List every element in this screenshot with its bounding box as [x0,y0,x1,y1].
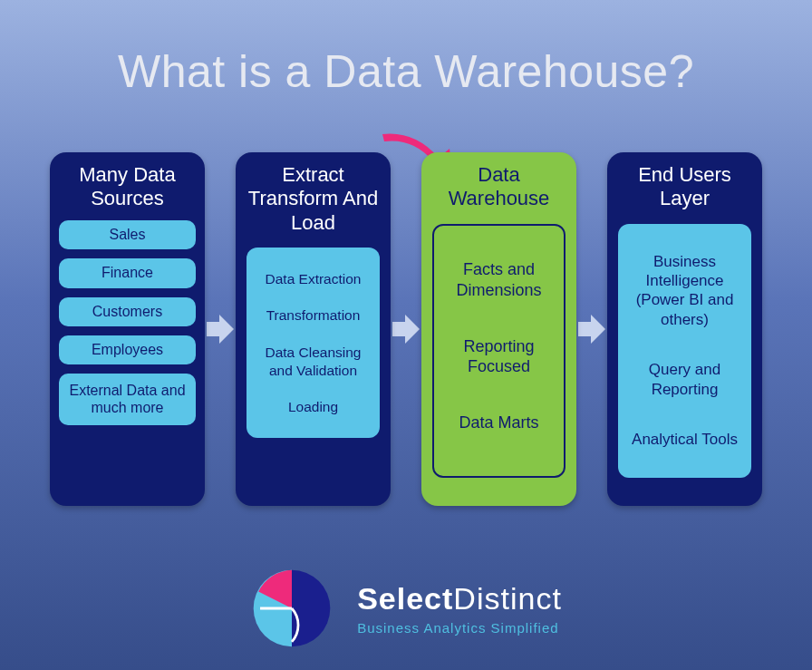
card-endusers: End Users Layer Business Intelligence (P… [607,152,762,506]
enduser-item: Analytical Tools [627,430,742,449]
enduser-item: Business Intelligence (Power BI and othe… [627,252,742,329]
brand-logo-icon [250,567,334,650]
source-pill: Sales [59,220,196,249]
card-sources: Many Data Sources Sales Finance Customer… [50,152,205,506]
etl-step: Loading [256,398,371,415]
card-sources-list: Sales Finance Customers Employees Extern… [50,220,205,425]
brand-name: SelectDistinct [357,581,562,617]
page-title: What is a Data Warehouse? [0,0,812,98]
arrow-right-icon [576,311,607,347]
card-endusers-title: End Users Layer [607,152,762,220]
card-etl: Extract Transform And Load Data Extracti… [236,152,391,506]
warehouse-item: Data Marts [443,413,555,433]
etl-step: Data Cleansing and Validation [256,344,371,379]
source-pill: Customers [59,297,196,326]
card-warehouse-title: Data Warehouse [421,152,576,220]
source-pill: Finance [59,258,196,287]
footer-brand: SelectDistinct Business Analytics Simpli… [0,567,812,650]
brand-name-bold: Select [357,581,453,616]
brand-name-light: Distinct [453,581,561,616]
source-pill: Employees [59,335,196,364]
card-warehouse-box: Facts and Dimensions Reporting Focused D… [432,224,566,478]
flow-arrow-2 [391,152,421,506]
brand-tagline: Business Analytics Simplified [357,620,562,636]
flow-arrow-1 [205,152,236,506]
arrow-right-icon [391,311,421,347]
flow-arrow-3 [576,152,607,506]
flow-row: Many Data Sources Sales Finance Customer… [0,152,812,506]
source-pill: External Data and much more [59,374,196,425]
card-sources-title: Many Data Sources [50,152,205,220]
brand-text: SelectDistinct Business Analytics Simpli… [357,581,562,636]
card-etl-title: Extract Transform And Load [236,152,391,244]
card-etl-box: Data Extraction Transformation Data Clea… [246,248,380,438]
card-warehouse: Data Warehouse Facts and Dimensions Repo… [421,152,576,506]
warehouse-item: Facts and Dimensions [443,259,555,300]
etl-step: Data Extraction [256,270,371,287]
etl-step: Transformation [256,306,371,324]
enduser-item: Query and Reporting [627,360,742,399]
warehouse-item: Reporting Focused [443,336,555,377]
arrow-right-icon [205,311,236,347]
card-endusers-box: Business Intelligence (Power BI and othe… [618,224,751,478]
